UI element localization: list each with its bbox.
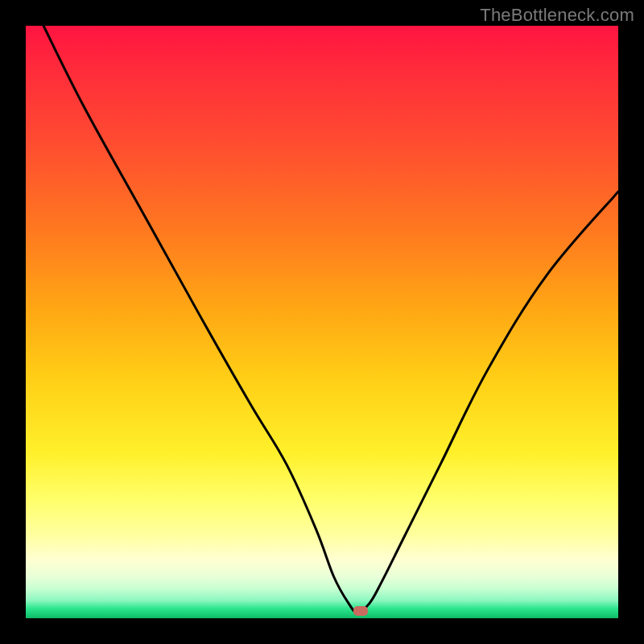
curve-path [43, 26, 618, 613]
plot-area [26, 26, 618, 618]
chart-frame: TheBottleneck.com [0, 0, 644, 644]
curve-minimum-marker [353, 606, 368, 616]
watermark-text: TheBottleneck.com [480, 5, 634, 26]
bottleneck-curve [26, 26, 618, 618]
